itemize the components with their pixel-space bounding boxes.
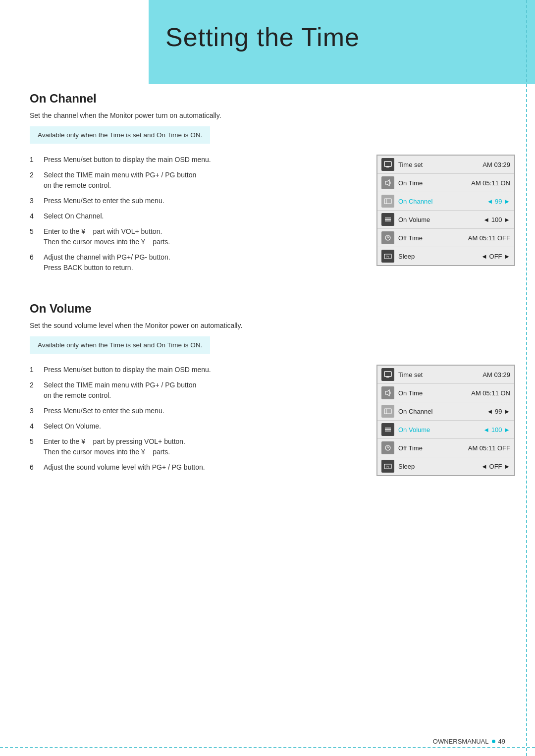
step-number: 6 (30, 462, 44, 473)
step-number: 4 (30, 211, 44, 221)
osd-label: Time set (398, 161, 482, 168)
step-text: Adjust the sound volume level with PG+ /… (44, 462, 205, 473)
osd-tv-icon: TV (381, 250, 394, 263)
step-number: 3 (30, 196, 44, 206)
osd-value: AM 05:11 ON (471, 179, 510, 187)
osd-value: AM 05:11 ON (471, 389, 510, 397)
list-item: 3 Press Menu/Set to enter the sub menu. (30, 406, 357, 416)
step-text: Press Menu/set button to display the mai… (44, 365, 211, 375)
osd-value: AM 05:11 OFF (468, 444, 510, 452)
osd-label: On Time (398, 179, 471, 187)
page-title: Setting the Time (0, 22, 525, 52)
osd-row-highlighted: On Volume ◄ 100 ► (377, 421, 514, 439)
list-item: 4 Select On Volume. (30, 421, 357, 432)
svg-rect-14 (386, 377, 389, 378)
step-text: Enter to the ¥ part by pressing VOL+ but… (44, 436, 185, 457)
right-border-decoration (526, 0, 535, 756)
osd-label: On Time (398, 389, 471, 397)
osd-value: AM 05:11 OFF (468, 234, 510, 242)
osd-label: Time set (398, 371, 482, 378)
step-number: 1 (30, 365, 44, 375)
osd-value: ◄ 99 ► (487, 198, 510, 205)
osd-label: On Volume (398, 426, 483, 433)
step-number: 2 (30, 380, 44, 401)
step-text: Press Menu/Set to enter the sub menu. (44, 196, 164, 206)
list-item: 4 Select On Channel. (30, 211, 357, 221)
section-gap (30, 283, 515, 302)
step-text: Press Menu/set button to display the mai… (44, 155, 211, 165)
osd-label: On Channel (398, 408, 487, 415)
step-number: 1 (30, 155, 44, 165)
osd-row: Off Time AM 05:11 OFF (377, 229, 514, 247)
osd-clock-icon (381, 441, 394, 454)
osd-row: Time set AM 03:29 (377, 366, 514, 384)
list-item: 5 Enter to the ¥ part by pressing VOL+ b… (30, 436, 357, 457)
section-on-channel: On Channel Set the channel when the Moni… (30, 92, 515, 278)
list-item: 1 Press Menu/set button to display the m… (30, 155, 357, 165)
osd-channel-icon (381, 195, 394, 208)
step-text: Press Menu/Set to enter the sub menu. (44, 406, 164, 416)
section1-heading: On Channel (30, 92, 515, 106)
osd-sound-icon (381, 176, 394, 189)
step-number: 6 (30, 252, 44, 273)
section2-osd-menu: Time set AM 03:29 On Time AM 05:11 ON On… (376, 365, 515, 476)
osd-value: ◄ 100 ► (483, 426, 510, 433)
svg-text:TV: TV (385, 465, 389, 468)
step-text: Enter to the ¥ part with VOL+ button.The… (44, 226, 170, 247)
step-number: 4 (30, 421, 44, 432)
step-text: Adjust the channel with PG+/ PG- button.… (44, 252, 170, 273)
osd-value: ◄ 99 ► (487, 408, 510, 415)
svg-rect-3 (384, 199, 391, 204)
step-text: Select On Volume. (44, 421, 101, 432)
footer-manual-text: OWNERSMANUAL (433, 738, 489, 745)
list-item: 1 Press Menu/set button to display the m… (30, 365, 357, 375)
section2-notice: Available only when the Time is set and … (30, 336, 210, 354)
osd-row-highlighted: On Channel ◄ 99 ► (377, 192, 514, 211)
svg-text:TV: TV (385, 255, 389, 258)
svg-rect-16 (384, 409, 391, 414)
osd-label: Off Time (398, 444, 468, 452)
osd-channel-icon (381, 405, 394, 418)
list-item: 6 Adjust the channel with PG+/ PG- butto… (30, 252, 357, 273)
osd-tv-icon: TV (381, 460, 394, 473)
osd-label: On Channel (398, 198, 487, 205)
step-number: 3 (30, 406, 44, 416)
step-number: 5 (30, 436, 44, 457)
osd-label: On Volume (398, 216, 483, 223)
osd-menu-icon (381, 423, 394, 436)
svg-rect-13 (384, 372, 391, 377)
section2-steps-and-menu: 1 Press Menu/set button to display the m… (30, 365, 515, 478)
section1-notice: Available only when the Time is set and … (30, 126, 210, 144)
step-text: Select the TIME main menu with PG+ / PG … (44, 380, 196, 401)
section1-description: Set the channel when the Monitor power t… (30, 111, 515, 119)
svg-marker-2 (385, 180, 389, 186)
svg-rect-1 (386, 166, 389, 167)
list-item: 3 Press Menu/Set to enter the sub menu. (30, 196, 357, 206)
osd-row: On Time AM 05:11 ON (377, 174, 514, 192)
osd-value: ◄ OFF ► (481, 253, 510, 260)
step-text: Select the TIME main menu with PG+ / PG … (44, 170, 196, 191)
osd-clock-icon (381, 231, 394, 244)
osd-sound-icon (381, 386, 394, 399)
osd-value: AM 03:29 (482, 371, 510, 378)
osd-value: AM 03:29 (482, 161, 510, 168)
list-item: 5 Enter to the ¥ part with VOL+ button.T… (30, 226, 357, 247)
section1-osd-menu: Time set AM 03:29 On Time AM 05:11 ON On… (376, 155, 515, 266)
section1-steps-list: 1 Press Menu/set button to display the m… (30, 155, 357, 278)
osd-monitor-icon (381, 368, 394, 381)
list-item: 2 Select the TIME main menu with PG+ / P… (30, 380, 357, 401)
osd-label: Off Time (398, 234, 468, 242)
footer-dot-icon (492, 740, 495, 743)
section-on-volume: On Volume Set the sound volume level whe… (30, 302, 515, 478)
footer: OWNERSMANUAL 49 (433, 738, 505, 745)
osd-row: On Channel ◄ 99 ► (377, 402, 514, 421)
osd-label: Sleep (398, 463, 481, 470)
svg-marker-15 (385, 390, 389, 396)
osd-menu-icon (381, 213, 394, 226)
osd-row: On Volume ◄ 100 ► (377, 211, 514, 229)
osd-value: ◄ OFF ► (481, 463, 510, 470)
main-content: On Channel Set the channel when the Moni… (30, 92, 515, 483)
list-item: 6 Adjust the sound volume level with PG+… (30, 462, 357, 473)
osd-label: Sleep (398, 253, 481, 260)
list-item: 2 Select the TIME main menu with PG+ / P… (30, 170, 357, 191)
